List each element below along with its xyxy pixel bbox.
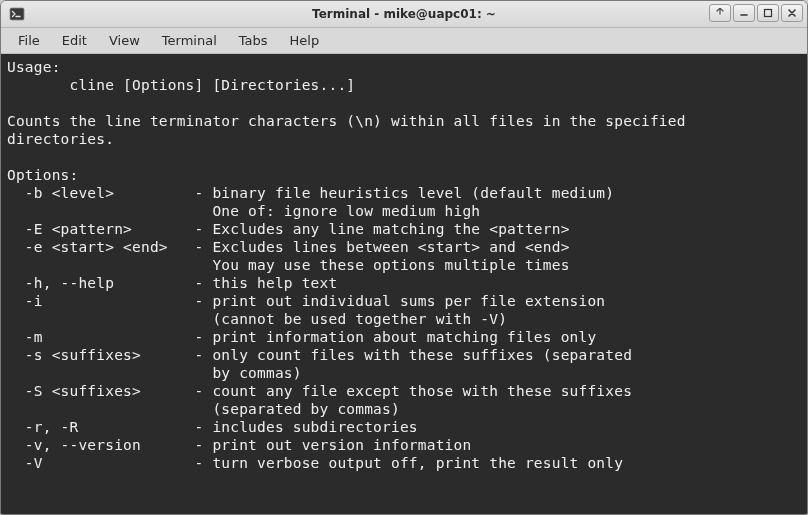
- menubar: File Edit View Terminal Tabs Help: [1, 28, 807, 54]
- window-controls: [707, 4, 803, 22]
- menu-view[interactable]: View: [98, 30, 151, 51]
- menu-edit[interactable]: Edit: [51, 30, 98, 51]
- terminal-output[interactable]: Usage: cline [Options] [Directories...] …: [1, 54, 807, 514]
- titlebar[interactable]: Terminal - mike@uapc01: ~: [1, 1, 807, 28]
- menu-terminal[interactable]: Terminal: [151, 30, 228, 51]
- svg-rect-3: [765, 10, 772, 17]
- menu-file[interactable]: File: [7, 30, 51, 51]
- minimize-button[interactable]: [733, 4, 755, 22]
- terminal-icon: [9, 6, 25, 22]
- window-title: Terminal - mike@uapc01: ~: [1, 7, 807, 21]
- stick-button[interactable]: [709, 4, 731, 22]
- maximize-button[interactable]: [757, 4, 779, 22]
- svg-rect-0: [10, 8, 24, 20]
- menu-tabs[interactable]: Tabs: [228, 30, 279, 51]
- close-button[interactable]: [781, 4, 803, 22]
- terminal-window: Terminal - mike@uapc01: ~ File Edit View…: [0, 0, 808, 515]
- menu-help[interactable]: Help: [279, 30, 331, 51]
